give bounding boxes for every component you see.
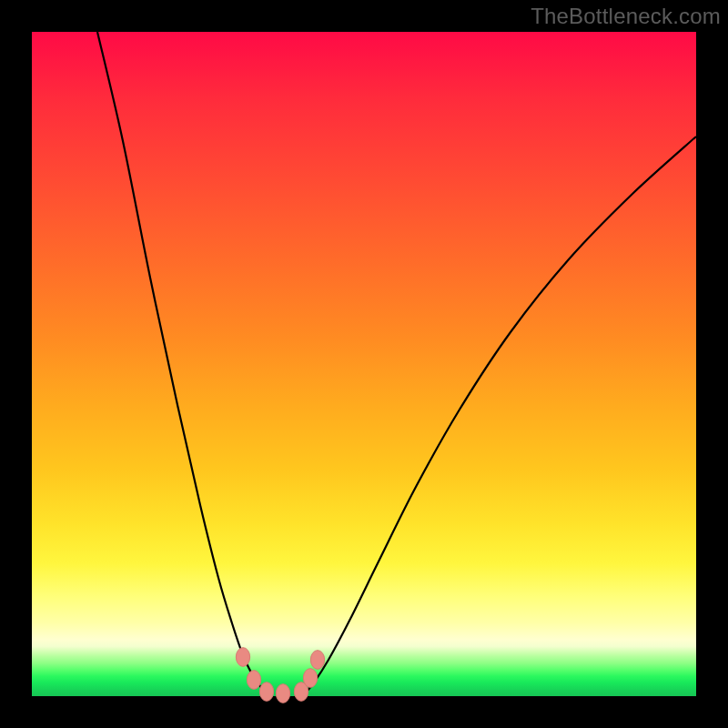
markers-group	[236, 648, 324, 703]
marker-m3	[259, 682, 273, 702]
left-curve	[97, 32, 270, 693]
plot-area	[32, 32, 696, 696]
marker-m6	[303, 669, 317, 688]
right-curve	[305, 136, 696, 693]
outer-frame: TheBottleneck.com	[0, 0, 728, 728]
watermark-text: TheBottleneck.com	[531, 4, 721, 29]
marker-m2	[247, 671, 260, 690]
marker-m4	[276, 684, 289, 703]
curves-svg	[32, 32, 696, 696]
marker-m7	[310, 651, 324, 670]
marker-m1	[236, 648, 249, 667]
